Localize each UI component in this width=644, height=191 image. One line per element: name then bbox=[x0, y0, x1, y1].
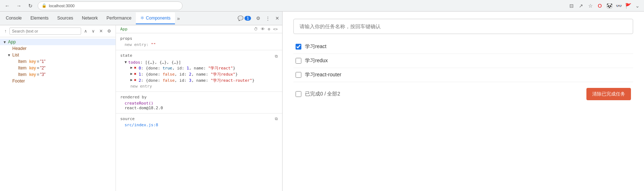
tree-next-button[interactable]: ∨ bbox=[90, 28, 96, 34]
rendered-by-label: rendered by bbox=[120, 95, 278, 99]
back-button[interactable]: ← bbox=[3, 1, 12, 10]
tree-toolbar: ↑ ∧ ∨ ✕ ⚙ bbox=[0, 25, 116, 37]
source-header: source ⧉ bbox=[120, 116, 278, 121]
task-checkbox-3[interactable] bbox=[296, 72, 301, 78]
close-devtools-icon[interactable]: ✕ bbox=[274, 14, 281, 22]
tree-item-list[interactable]: ▼ List bbox=[0, 52, 116, 58]
refresh-button[interactable]: ↻ bbox=[26, 1, 35, 10]
task-item-1: 学习react bbox=[293, 40, 633, 54]
tree-close-search-button[interactable]: ✕ bbox=[98, 28, 104, 34]
component-name-item: Item bbox=[18, 72, 26, 77]
task-input[interactable] bbox=[293, 19, 633, 34]
url-text: localhost:3000 bbox=[49, 4, 75, 8]
extension1-icon[interactable]: 🐼 bbox=[606, 2, 613, 9]
eye-icon[interactable]: 👁 bbox=[261, 27, 265, 31]
rendered-by-createroot: createRoot() bbox=[120, 101, 278, 106]
component-name-list: List bbox=[12, 52, 19, 58]
tree-item-footer[interactable]: Footer bbox=[0, 78, 116, 84]
more-tabs-button[interactable]: » bbox=[175, 14, 182, 23]
more-options-icon[interactable]: ⋮ bbox=[264, 14, 272, 22]
state-todos-item: ▼ todos: [{…}, {…}, {…}] bbox=[125, 60, 278, 65]
task-checkbox-1[interactable] bbox=[296, 44, 301, 50]
tab-sources[interactable]: Sources bbox=[53, 13, 78, 24]
task-item-2: 学习redux bbox=[293, 54, 633, 68]
todo-0-error-icon: ✖ bbox=[134, 65, 137, 70]
todos-toggle-icon[interactable]: ▼ bbox=[125, 60, 127, 64]
clear-completed-button[interactable]: 清除已完成任务 bbox=[586, 88, 631, 100]
tab-performance[interactable]: Performance bbox=[102, 13, 136, 24]
props-section: props new entry: "" bbox=[116, 33, 282, 50]
source-section: source ⧉ src/index.js:8 bbox=[116, 114, 282, 130]
props-header-icons: ⏱ 👁 ⚙ <> bbox=[254, 27, 278, 31]
lock-icon: 🔒 bbox=[42, 3, 47, 8]
toggle-icon: ▼ bbox=[3, 40, 7, 44]
opera-icon[interactable]: O bbox=[596, 2, 603, 9]
timer-icon[interactable]: ⏱ bbox=[254, 27, 258, 31]
state-todo-2: ▶ ✖ 2: {done: false, id: 3, name: "学习rea… bbox=[125, 78, 278, 83]
component-name-item: Item bbox=[18, 59, 26, 64]
todo-0-toggle-icon[interactable]: ▶ bbox=[130, 65, 133, 69]
props-panel: App ⏱ 👁 ⚙ <> props new entry: "" bbox=[116, 25, 282, 191]
props-label: props bbox=[120, 36, 278, 41]
state-todo-0: ▶ ✖ 0: {done: true, id: 1, name: "学习reac… bbox=[125, 65, 278, 71]
tab-console[interactable]: Console bbox=[1, 13, 26, 24]
task-stats: 已完成0 / 全部2 bbox=[305, 91, 340, 97]
tree-item-item1[interactable]: Item key = "1" bbox=[0, 58, 116, 65]
tree-search-input[interactable] bbox=[9, 27, 81, 35]
copy-source-icon[interactable]: ⧉ bbox=[275, 116, 278, 121]
state-section-header: state ⧉ bbox=[120, 53, 278, 59]
settings-icon[interactable]: ⚙ bbox=[255, 14, 262, 22]
tree-navigate-up-icon[interactable]: ↑ bbox=[3, 28, 8, 34]
task-name-3: 学习react-router bbox=[305, 72, 341, 78]
rendered-by-section: rendered by createRoot() react-dom@18.2.… bbox=[116, 92, 282, 114]
address-bar: 🔒 localhost:3000 bbox=[38, 1, 183, 10]
devtools-body: ↑ ∧ ∨ ✕ ⚙ ▼ App Header bbox=[0, 25, 282, 191]
browser-actions: ⊟ ↗ ☆ O 🐼 👓 🚩 ⌄ bbox=[568, 2, 641, 9]
extension2-icon[interactable]: 👓 bbox=[615, 2, 622, 9]
source-label: source bbox=[120, 116, 135, 121]
todo-1-toggle-icon[interactable]: ▶ bbox=[130, 72, 133, 76]
share-icon[interactable]: ↗ bbox=[577, 2, 585, 9]
app-panel: 学习react 学习redux 学习react-router 已完成0 / 全部… bbox=[283, 12, 644, 191]
source-file-link[interactable]: src/index.js:8 bbox=[120, 123, 278, 127]
component-name-item: Item bbox=[18, 65, 26, 71]
chevron-down-icon[interactable]: ⌄ bbox=[634, 2, 641, 9]
tab-components[interactable]: ⚛ Components bbox=[136, 12, 175, 24]
tab-actions: 💬 1 ⚙ ⋮ ✕ bbox=[236, 14, 281, 22]
tab-network[interactable]: Network bbox=[78, 13, 102, 24]
component-name-header: Header bbox=[12, 46, 26, 51]
forward-button[interactable]: → bbox=[14, 1, 23, 10]
select-all-checkbox[interactable] bbox=[296, 91, 301, 97]
component-tree: ↑ ∧ ∨ ✕ ⚙ ▼ App Header bbox=[0, 25, 116, 191]
tab-elements[interactable]: Elements bbox=[26, 13, 53, 24]
tree-settings-button[interactable]: ⚙ bbox=[106, 28, 113, 34]
rendered-by-reactdom: react-dom@18.2.0 bbox=[120, 106, 278, 110]
task-footer: 已完成0 / 全部2 清除已完成任务 bbox=[293, 84, 633, 105]
tree-item-app[interactable]: ▼ App bbox=[0, 39, 116, 45]
props-new-entry: new entry: "" bbox=[120, 42, 278, 47]
todo-2-toggle-icon[interactable]: ▶ bbox=[130, 78, 133, 82]
devtools-panel: Console Elements Sources Network Perform… bbox=[0, 12, 283, 191]
todo-1-error-icon: ✖ bbox=[134, 72, 137, 76]
flag-icon[interactable]: 🚩 bbox=[624, 2, 632, 9]
tree-item-item2[interactable]: Item key = "2" bbox=[0, 65, 116, 71]
tree-prev-button[interactable]: ∧ bbox=[83, 28, 89, 34]
tab-badge-button[interactable]: 💬 1 bbox=[236, 14, 252, 22]
tree-item-item3[interactable]: Item key = "3" bbox=[0, 71, 116, 78]
state-label: state bbox=[120, 53, 132, 58]
selected-component-name: App bbox=[120, 27, 127, 31]
tab-badge: 1 bbox=[244, 16, 251, 21]
cast-icon[interactable]: ⊟ bbox=[568, 2, 575, 9]
task-name-1: 学习react bbox=[305, 43, 326, 50]
props-settings-icon[interactable]: ⚙ bbox=[268, 27, 270, 31]
tree-item-header[interactable]: Header bbox=[0, 45, 116, 52]
devtools-tabs: Console Elements Sources Network Perform… bbox=[0, 12, 282, 25]
task-name-2: 学习redux bbox=[305, 58, 328, 64]
bookmark-icon[interactable]: ☆ bbox=[587, 2, 594, 9]
todo-2-error-icon: ✖ bbox=[134, 78, 137, 82]
task-checkbox-2[interactable] bbox=[296, 58, 301, 64]
component-name-app: App bbox=[8, 39, 16, 44]
source-link-icon[interactable]: <> bbox=[273, 27, 278, 31]
copy-state-icon[interactable]: ⧉ bbox=[275, 54, 278, 59]
task-item-3: 学习react-router bbox=[293, 68, 633, 82]
